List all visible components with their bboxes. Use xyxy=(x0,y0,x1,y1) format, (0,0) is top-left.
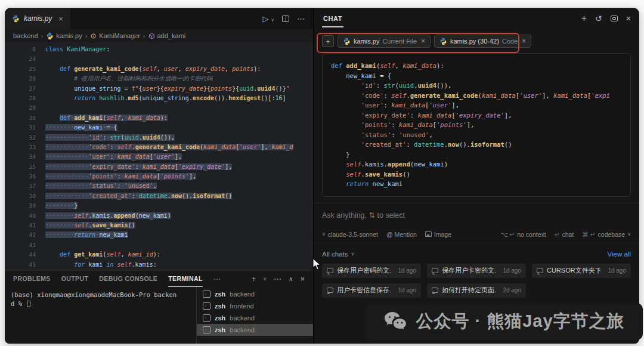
more-actions-icon[interactable]: ⋯ xyxy=(297,14,305,23)
view-all-link[interactable]: View all xyxy=(608,251,631,258)
add-context-button[interactable]: + xyxy=(322,35,334,47)
code-line[interactable]: 28 return hashlib.md5(unique_string.enco… xyxy=(5,94,313,103)
close-chat-icon[interactable]: × xyxy=(626,14,631,23)
model-selector[interactable]: ∨ claude-3.5-sonnet xyxy=(322,231,378,238)
panel-tab-bar: PROBLEMSOUTPUTDEBUG CONSOLETERMINAL ⋯ + … xyxy=(5,271,313,287)
terminal-row[interactable]: ›_zshbackend xyxy=(197,312,313,324)
line-number: 24 xyxy=(5,54,45,64)
tab-kamis-py[interactable]: kamis.py × xyxy=(5,8,71,29)
code-line[interactable]: 43 xyxy=(5,240,313,250)
code-editor[interactable]: 6class KamiManager:2425 def generate_kam… xyxy=(5,42,313,270)
chat-history-item[interactable]: 保存用户密码的文...1d ago xyxy=(322,264,421,278)
line-number: 45 xyxy=(5,260,45,270)
context-pill[interactable]: kamis.py (30-42)Code× xyxy=(434,35,531,48)
panel-tab-debug-console[interactable]: DEBUG CONSOLE xyxy=(99,271,157,286)
app-window: kamis.py × ▷ ∨ ⋯ backend›kamis.py›KamiMa… xyxy=(5,8,639,344)
new-chat-icon[interactable]: + xyxy=(581,13,587,24)
panel-overflow-icon[interactable]: ⋯ xyxy=(274,274,281,283)
terminal-row[interactable]: ›_zshbackend xyxy=(197,324,313,336)
code-line[interactable]: 25 def generate_kami_code(self, user, ex… xyxy=(5,64,313,74)
code-line[interactable]: new_kami = { xyxy=(331,71,622,81)
code-line[interactable]: self.kamis.append(new_kami) xyxy=(331,159,622,169)
code-line[interactable]: } xyxy=(331,150,622,160)
method-icon xyxy=(148,33,155,39)
code-line[interactable]: 30 def·add_kami(self,·kami_data): xyxy=(5,113,313,123)
wechat-icon xyxy=(383,311,408,332)
panel-tab-problems[interactable]: PROBLEMS xyxy=(13,271,51,286)
code-line[interactable]: 'status': 'unused', xyxy=(331,130,622,140)
code-line[interactable]: 37············'status':·'unused', xyxy=(5,181,313,191)
breadcrumb-item[interactable]: add_kami xyxy=(148,32,186,39)
line-number: 25 xyxy=(5,64,45,74)
chat-history-item[interactable]: 保存用户卡密的文...1d ago xyxy=(427,264,526,278)
image-button[interactable]: Image xyxy=(425,231,451,238)
run-button[interactable]: ▷ ∨ xyxy=(263,14,274,23)
chat-code-block[interactable]: def add_kami(self, kami_data): new_kami … xyxy=(322,53,631,197)
panel-more-icon[interactable]: ⋯ xyxy=(213,275,221,283)
chat-history-item[interactable]: 用户卡密信息保存...1d ago xyxy=(322,283,421,298)
breadcrumb-separator: › xyxy=(41,32,44,39)
collapse-panel-icon[interactable]: ∧ xyxy=(289,276,293,282)
code-line[interactable]: 38············'created_at':·datetime.now… xyxy=(5,191,313,201)
breadcrumb-item[interactable]: backend xyxy=(13,32,38,39)
panel-tab-terminal[interactable]: TERMINAL xyxy=(168,271,202,287)
python-icon xyxy=(439,38,447,45)
breadcrumb-item[interactable]: KamiManager xyxy=(90,32,140,39)
code-line[interactable]: 35············'expiry_date':·kami_data['… xyxy=(5,162,313,172)
remove-context-icon[interactable]: × xyxy=(421,37,425,45)
watermark-text: 公众号 · 熊猫Jay字节之旅 xyxy=(416,310,624,333)
code-line[interactable]: 36············'points':·kami_data['point… xyxy=(5,172,313,181)
chat-submit-button[interactable]: ↵chat xyxy=(555,231,574,238)
code-line[interactable]: 'code': self.generate_kami_code(kami_dat… xyxy=(331,91,622,101)
chevron-down-icon[interactable]: ∨ xyxy=(263,276,267,282)
code-line[interactable]: 29 xyxy=(5,103,313,113)
code-line[interactable]: def add_kami(self, kami_data): xyxy=(331,61,622,71)
code-line[interactable]: 31········new_kami·=·{ xyxy=(5,123,313,132)
code-line[interactable]: 27 unique_string = f"{user}{expiry_date}… xyxy=(5,84,313,94)
history-icon[interactable]: ↺ xyxy=(595,14,602,23)
chat-input[interactable]: Ask anything, ⇅ to select xyxy=(322,211,631,225)
breadcrumb-item[interactable]: kamis.py xyxy=(46,32,82,40)
terminal-output[interactable]: (base) xiongmao@xiongmaodeMacBook-Pro ba… xyxy=(5,287,196,344)
split-editor-icon[interactable] xyxy=(282,16,289,22)
code-line[interactable]: 45 for kami in self.kamis: xyxy=(5,260,313,270)
code-line[interactable]: 6class KamiManager: xyxy=(5,45,313,54)
code-line[interactable]: 'expiry_date': kami_data['expiry_date'], xyxy=(331,110,622,121)
code-line[interactable]: 'points': kami_data['points'], xyxy=(331,120,622,130)
code-line[interactable]: self.save_kamis() xyxy=(331,169,622,180)
code-line[interactable]: return new_kami xyxy=(331,179,622,189)
code-line[interactable]: 'user': kami_data['user'], xyxy=(331,100,622,110)
chat-bubble-icon xyxy=(327,268,333,273)
code-line[interactable]: 24 xyxy=(5,54,313,64)
chat-history-item[interactable]: 如何打开特定页面...2d ago xyxy=(427,283,526,298)
code-line[interactable]: 'id': str(uuid.uuid4()), xyxy=(331,81,622,91)
code-line[interactable]: 40········self.kamis.append(new_kami) xyxy=(5,211,313,221)
code-line[interactable]: 'created_at': datetime.now().isoformat() xyxy=(331,140,622,150)
code-line[interactable]: 33············'code':·self.generate_kami… xyxy=(5,143,313,152)
code-line[interactable]: 26 # 使用用户名、过期时间和积分生成唯一的卡密代码 xyxy=(5,74,313,84)
code-line[interactable]: 39········} xyxy=(5,201,313,211)
code-line[interactable]: 32············'id':·str(uuid.uuid4()), xyxy=(5,133,313,143)
breadcrumb[interactable]: backend›kamis.py›KamiManager›add_kami xyxy=(5,29,313,42)
chat-history-item[interactable]: CURSOR文件夹下...1d ago xyxy=(532,264,631,278)
code-line[interactable]: 41········self.save_kamis() xyxy=(5,221,313,230)
mention-button[interactable]: @ Mention xyxy=(386,231,417,238)
no-context-button[interactable]: ⌥ ↵no context xyxy=(500,231,546,238)
all-chats-dropdown[interactable]: All chats ∨ xyxy=(322,251,354,258)
code-line[interactable]: 34············'user':·kami_data['user'], xyxy=(5,152,313,162)
chat-tab-title[interactable]: CHAT xyxy=(322,10,343,27)
codebase-submit-button[interactable]: ⌘ ↵codebase∨ xyxy=(582,231,631,238)
context-pill[interactable]: kamis.pyCurrent File× xyxy=(338,35,431,48)
close-panel-icon[interactable]: × xyxy=(300,274,305,283)
remove-context-icon[interactable]: × xyxy=(522,37,526,45)
terminal-row[interactable]: ›_zshbackend xyxy=(197,288,313,300)
expand-chat-icon[interactable] xyxy=(611,16,618,21)
terminal-row[interactable]: ›_zshfrontend xyxy=(197,300,313,312)
tab-close-icon[interactable]: × xyxy=(58,14,63,23)
code-line[interactable]: 42········return·new_kami xyxy=(5,230,313,240)
editor-tab-bar: kamis.py × ▷ ∨ ⋯ xyxy=(5,8,313,29)
new-terminal-icon[interactable]: + xyxy=(252,274,256,283)
code-line[interactable]: 44 def get_kami(self, kami_id): xyxy=(5,250,313,260)
terminal-icon: ›_ xyxy=(203,326,210,333)
panel-tab-output[interactable]: OUTPUT xyxy=(61,271,89,286)
